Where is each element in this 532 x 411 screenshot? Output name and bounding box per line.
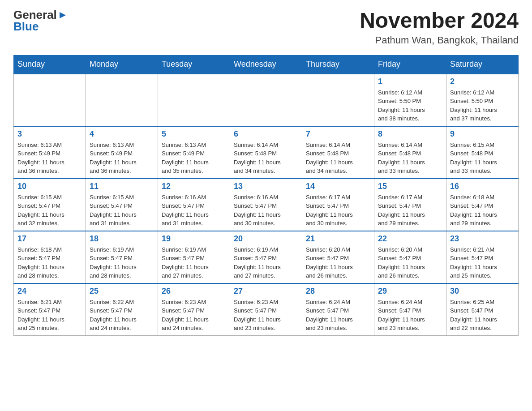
logo: General Blue <box>13 9 68 32</box>
day-info: Sunrise: 6:14 AM Sunset: 5:48 PM Dayligh… <box>378 141 442 176</box>
day-number: 14 <box>306 182 370 191</box>
calendar-cell: 16Sunrise: 6:18 AM Sunset: 5:47 PM Dayli… <box>446 179 519 231</box>
calendar-cell <box>158 74 230 126</box>
calendar-cell: 14Sunrise: 6:17 AM Sunset: 5:47 PM Dayli… <box>302 179 374 231</box>
calendar-table: SundayMondayTuesdayWednesdayThursdayFrid… <box>13 55 519 336</box>
calendar-cell: 9Sunrise: 6:15 AM Sunset: 5:48 PM Daylig… <box>446 126 519 179</box>
calendar-cell <box>14 74 86 126</box>
calendar-cell: 30Sunrise: 6:25 AM Sunset: 5:47 PM Dayli… <box>446 283 519 336</box>
column-header-friday: Friday <box>374 55 446 74</box>
logo-arrow-icon <box>58 10 68 20</box>
day-number: 16 <box>450 182 515 191</box>
day-info: Sunrise: 6:16 AM Sunset: 5:47 PM Dayligh… <box>234 193 298 228</box>
day-info: Sunrise: 6:16 AM Sunset: 5:47 PM Dayligh… <box>162 193 226 228</box>
title-area: November 2024 Pathum Wan, Bangkok, Thail… <box>360 9 519 46</box>
day-number: 29 <box>378 287 442 296</box>
day-number: 1 <box>378 77 442 86</box>
day-info: Sunrise: 6:15 AM Sunset: 5:47 PM Dayligh… <box>17 193 82 228</box>
day-info: Sunrise: 6:20 AM Sunset: 5:47 PM Dayligh… <box>306 245 370 280</box>
day-info: Sunrise: 6:17 AM Sunset: 5:47 PM Dayligh… <box>306 193 370 228</box>
calendar-cell: 22Sunrise: 6:20 AM Sunset: 5:47 PM Dayli… <box>374 231 446 283</box>
logo-blue: Blue <box>13 21 39 32</box>
day-info: Sunrise: 6:19 AM Sunset: 5:47 PM Dayligh… <box>162 245 226 280</box>
calendar-cell: 3Sunrise: 6:13 AM Sunset: 5:49 PM Daylig… <box>14 126 86 179</box>
day-info: Sunrise: 6:24 AM Sunset: 5:47 PM Dayligh… <box>378 298 442 333</box>
column-header-saturday: Saturday <box>446 55 519 74</box>
calendar-cell: 26Sunrise: 6:23 AM Sunset: 5:47 PM Dayli… <box>158 283 230 336</box>
day-info: Sunrise: 6:17 AM Sunset: 5:47 PM Dayligh… <box>378 193 442 228</box>
day-number: 12 <box>162 182 226 191</box>
calendar-cell: 10Sunrise: 6:15 AM Sunset: 5:47 PM Dayli… <box>14 179 86 231</box>
day-number: 19 <box>162 234 226 244</box>
day-number: 28 <box>306 287 370 296</box>
day-number: 6 <box>234 129 298 139</box>
day-number: 21 <box>306 234 370 244</box>
calendar-cell: 2Sunrise: 6:12 AM Sunset: 5:50 PM Daylig… <box>446 74 519 126</box>
column-header-sunday: Sunday <box>14 55 86 74</box>
day-info: Sunrise: 6:14 AM Sunset: 5:48 PM Dayligh… <box>306 141 370 176</box>
column-header-tuesday: Tuesday <box>158 55 230 74</box>
day-info: Sunrise: 6:20 AM Sunset: 5:47 PM Dayligh… <box>378 245 442 280</box>
calendar-cell: 28Sunrise: 6:24 AM Sunset: 5:47 PM Dayli… <box>302 283 374 336</box>
day-info: Sunrise: 6:18 AM Sunset: 5:47 PM Dayligh… <box>450 193 515 228</box>
day-info: Sunrise: 6:15 AM Sunset: 5:47 PM Dayligh… <box>90 193 154 228</box>
day-number: 7 <box>306 129 370 139</box>
calendar-cell: 4Sunrise: 6:13 AM Sunset: 5:49 PM Daylig… <box>86 126 158 179</box>
day-info: Sunrise: 6:13 AM Sunset: 5:49 PM Dayligh… <box>17 141 82 176</box>
day-info: Sunrise: 6:12 AM Sunset: 5:50 PM Dayligh… <box>450 88 515 123</box>
calendar-week-row: 10Sunrise: 6:15 AM Sunset: 5:47 PM Dayli… <box>14 179 519 231</box>
calendar-cell: 12Sunrise: 6:16 AM Sunset: 5:47 PM Dayli… <box>158 179 230 231</box>
calendar-cell: 18Sunrise: 6:19 AM Sunset: 5:47 PM Dayli… <box>86 231 158 283</box>
calendar-cell: 17Sunrise: 6:18 AM Sunset: 5:47 PM Dayli… <box>14 231 86 283</box>
calendar-cell: 24Sunrise: 6:21 AM Sunset: 5:47 PM Dayli… <box>14 283 86 336</box>
calendar-cell: 6Sunrise: 6:14 AM Sunset: 5:48 PM Daylig… <box>230 126 302 179</box>
day-number: 8 <box>378 129 442 139</box>
calendar-cell: 25Sunrise: 6:22 AM Sunset: 5:47 PM Dayli… <box>86 283 158 336</box>
day-info: Sunrise: 6:15 AM Sunset: 5:48 PM Dayligh… <box>450 141 515 176</box>
month-title: November 2024 <box>360 9 519 33</box>
day-number: 27 <box>234 287 298 296</box>
day-info: Sunrise: 6:19 AM Sunset: 5:47 PM Dayligh… <box>234 245 298 280</box>
day-info: Sunrise: 6:22 AM Sunset: 5:47 PM Dayligh… <box>90 298 154 333</box>
day-number: 25 <box>90 287 154 296</box>
day-info: Sunrise: 6:12 AM Sunset: 5:50 PM Dayligh… <box>378 88 442 123</box>
calendar-week-row: 17Sunrise: 6:18 AM Sunset: 5:47 PM Dayli… <box>14 231 519 283</box>
location-title: Pathum Wan, Bangkok, Thailand <box>360 34 519 46</box>
day-number: 3 <box>17 129 82 139</box>
day-info: Sunrise: 6:19 AM Sunset: 5:47 PM Dayligh… <box>90 245 154 280</box>
calendar-cell: 15Sunrise: 6:17 AM Sunset: 5:47 PM Dayli… <box>374 179 446 231</box>
day-number: 17 <box>17 234 82 244</box>
calendar-header-row: SundayMondayTuesdayWednesdayThursdayFrid… <box>14 55 519 74</box>
day-number: 24 <box>17 287 82 296</box>
day-info: Sunrise: 6:24 AM Sunset: 5:47 PM Dayligh… <box>306 298 370 333</box>
calendar-cell: 5Sunrise: 6:13 AM Sunset: 5:49 PM Daylig… <box>158 126 230 179</box>
calendar-cell: 7Sunrise: 6:14 AM Sunset: 5:48 PM Daylig… <box>302 126 374 179</box>
column-header-wednesday: Wednesday <box>230 55 302 74</box>
calendar-cell: 8Sunrise: 6:14 AM Sunset: 5:48 PM Daylig… <box>374 126 446 179</box>
day-info: Sunrise: 6:14 AM Sunset: 5:48 PM Dayligh… <box>234 141 298 176</box>
calendar-cell: 11Sunrise: 6:15 AM Sunset: 5:47 PM Dayli… <box>86 179 158 231</box>
day-info: Sunrise: 6:25 AM Sunset: 5:47 PM Dayligh… <box>450 298 515 333</box>
page-header: General Blue November 2024 Pathum Wan, B… <box>13 9 519 46</box>
calendar-cell <box>302 74 374 126</box>
calendar-week-row: 1Sunrise: 6:12 AM Sunset: 5:50 PM Daylig… <box>14 74 519 126</box>
calendar-cell: 23Sunrise: 6:21 AM Sunset: 5:47 PM Dayli… <box>446 231 519 283</box>
calendar-cell: 13Sunrise: 6:16 AM Sunset: 5:47 PM Dayli… <box>230 179 302 231</box>
day-number: 22 <box>378 234 442 244</box>
day-number: 4 <box>90 129 154 139</box>
calendar-cell: 29Sunrise: 6:24 AM Sunset: 5:47 PM Dayli… <box>374 283 446 336</box>
day-number: 30 <box>450 287 515 296</box>
day-number: 20 <box>234 234 298 244</box>
calendar-cell: 1Sunrise: 6:12 AM Sunset: 5:50 PM Daylig… <box>374 74 446 126</box>
day-info: Sunrise: 6:21 AM Sunset: 5:47 PM Dayligh… <box>450 245 515 280</box>
calendar-cell <box>86 74 158 126</box>
day-info: Sunrise: 6:13 AM Sunset: 5:49 PM Dayligh… <box>90 141 154 176</box>
column-header-monday: Monday <box>86 55 158 74</box>
calendar-week-row: 24Sunrise: 6:21 AM Sunset: 5:47 PM Dayli… <box>14 283 519 336</box>
day-number: 23 <box>450 234 515 244</box>
calendar-cell: 20Sunrise: 6:19 AM Sunset: 5:47 PM Dayli… <box>230 231 302 283</box>
day-info: Sunrise: 6:13 AM Sunset: 5:49 PM Dayligh… <box>162 141 226 176</box>
calendar-cell: 19Sunrise: 6:19 AM Sunset: 5:47 PM Dayli… <box>158 231 230 283</box>
column-header-thursday: Thursday <box>302 55 374 74</box>
day-info: Sunrise: 6:23 AM Sunset: 5:47 PM Dayligh… <box>162 298 226 333</box>
